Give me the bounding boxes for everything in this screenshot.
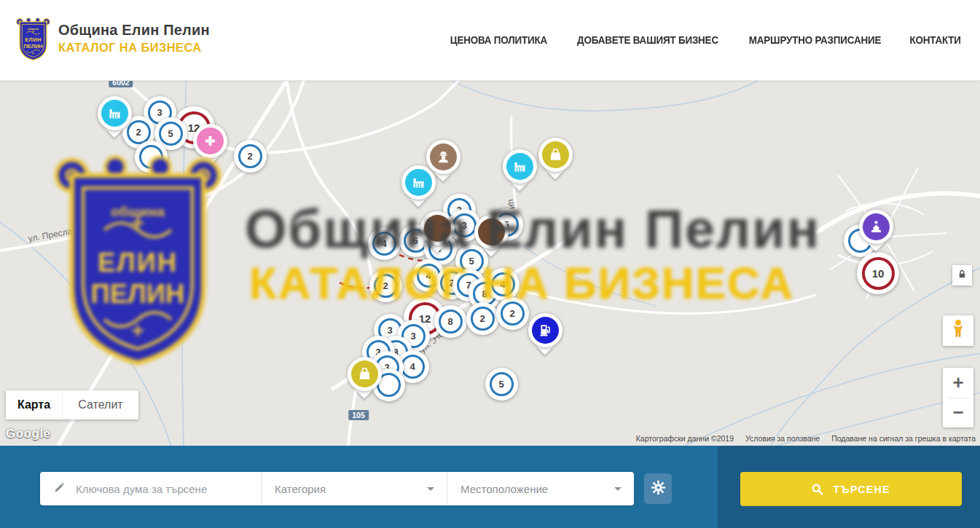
map-type-control: Карта Сателит	[6, 390, 138, 419]
gear-icon	[651, 480, 666, 498]
map-cluster[interactable]: 2	[234, 140, 267, 173]
cluster-count: 2	[501, 302, 525, 326]
attribution-copyright: Картографски данни ©2019	[636, 434, 734, 443]
brand-subtitle: КАТАЛОГ НА БИЗНЕСА	[58, 41, 210, 55]
zoom-out-button[interactable]: −	[943, 398, 973, 428]
search-button[interactable]: ТЪРСЕНЕ	[740, 472, 962, 506]
map-cluster[interactable]: 2	[496, 297, 529, 330]
map-cluster[interactable]: 2	[369, 269, 402, 302]
terms-link[interactable]: Условия за ползване	[745, 434, 820, 443]
zoom-control: + −	[943, 368, 973, 427]
cluster-count: 2	[471, 307, 495, 331]
cluster-count	[139, 145, 163, 169]
map-cluster[interactable]: 8	[434, 305, 467, 338]
map-pin-worker[interactable]	[426, 140, 460, 174]
worker-icon	[430, 143, 457, 170]
lock-button[interactable]	[952, 265, 972, 285]
map-cluster[interactable]: 5	[485, 368, 518, 401]
search-bar: Категория Местоположение ТЪРСЕНЕ	[0, 446, 980, 528]
map-pin-factory[interactable]	[98, 96, 132, 130]
header: община ЕЛИН ПЕЛИН Община Елин Пелин КАТА…	[0, 0, 980, 81]
factory-icon	[101, 100, 128, 127]
nav-contacts[interactable]: КОНТАКТИ	[909, 34, 960, 46]
municipality-logo[interactable]: община ЕЛИН ПЕЛИН	[16, 17, 50, 61]
search-icon	[811, 483, 824, 496]
pencil-icon	[53, 481, 66, 497]
cluster-count: 4	[401, 355, 425, 379]
category-select[interactable]: Категория	[261, 472, 447, 505]
advanced-search-button[interactable]	[644, 473, 672, 504]
search-fields-group: Категория Местоположение	[40, 472, 634, 505]
nav-pricing[interactable]: ЦЕНОВА ПОЛИТИКА	[450, 34, 547, 46]
location-value: Местоположение	[460, 483, 548, 495]
cluster-count: 4	[491, 272, 515, 296]
cluster-count: 3	[452, 213, 477, 237]
church-icon	[863, 213, 890, 240]
pegman-icon	[948, 318, 968, 343]
svg-text:ПЕЛИН: ПЕЛИН	[23, 43, 42, 50]
map-cluster[interactable]	[135, 141, 168, 173]
google-logo[interactable]: Google	[6, 427, 51, 441]
unknown-icon	[424, 215, 451, 242]
page: 123252235467542784212822338343510 600210…	[0, 0, 980, 528]
map-pin-plus[interactable]	[193, 124, 227, 158]
map-type-satellite-button[interactable]: Сателит	[62, 390, 138, 419]
map-cluster[interactable]: 4	[487, 268, 520, 301]
map-attribution: Картографски данни ©2019 Условия за полз…	[636, 434, 976, 443]
keyword-field	[40, 472, 261, 505]
pegman-streetview-button[interactable]	[943, 315, 973, 346]
cluster-count: 8	[439, 310, 463, 334]
cluster-count: 2	[238, 144, 262, 168]
report-error-link[interactable]: Подаване на сигнал за грешка в картата	[831, 434, 976, 443]
svg-text:ЕЛИН: ЕЛИН	[25, 36, 41, 43]
unknown-icon	[478, 218, 505, 245]
cluster-count: 2	[374, 274, 398, 298]
map-cluster[interactable]: 4	[368, 227, 401, 260]
road-number-badge: 6002	[109, 80, 133, 87]
factory-icon	[506, 153, 533, 180]
zoom-in-button[interactable]: +	[943, 368, 973, 398]
cluster-count: 10	[862, 257, 895, 290]
svg-text:община: община	[28, 27, 39, 31]
cluster-count: 5	[159, 122, 183, 146]
map-pin-none[interactable]	[474, 215, 509, 249]
map-type-map-button[interactable]: Карта	[6, 390, 62, 419]
keyword-input[interactable]	[74, 482, 245, 496]
chevron-down-icon	[614, 487, 622, 491]
shopping-bag-icon	[542, 141, 569, 168]
road-number-badge: 105	[348, 410, 369, 420]
map-cluster[interactable]: 10	[857, 252, 899, 294]
nav-route-schedule[interactable]: МАРШРУТНО РАЗПИСАНИЕ	[749, 34, 881, 46]
main-nav: ЦЕНОВА ПОЛИТИКА ДОБАВЕТЕ ВАШИЯТ БИЗНЕС М…	[448, 0, 962, 80]
map-canvas[interactable]: 123252235467542784212822338343510 600210…	[0, 80, 980, 446]
map-pin-church[interactable]	[859, 210, 893, 244]
map-pin-bag[interactable]	[348, 357, 382, 391]
map-pin-none[interactable]	[420, 211, 455, 245]
category-value: Категория	[275, 483, 326, 495]
map-pin-bag[interactable]	[538, 138, 573, 172]
search-button-label: ТЪРСЕНЕ	[833, 483, 890, 495]
cluster-count: 5	[490, 372, 514, 396]
brand-block[interactable]: Община Елин Пелин КАТАЛОГ НА БИЗНЕСА	[58, 22, 210, 55]
brand-title: Община Елин Пелин	[58, 22, 210, 39]
map-pin-fuel[interactable]	[528, 313, 562, 347]
location-select[interactable]: Местоположение	[447, 472, 634, 505]
chevron-down-icon	[427, 487, 434, 491]
map-cluster[interactable]: 2	[466, 302, 499, 335]
medical-plus-icon	[197, 127, 224, 154]
lock-icon	[957, 269, 968, 283]
map-pin-factory[interactable]	[503, 149, 537, 184]
shopping-bag-icon	[351, 360, 378, 387]
fuel-pump-icon	[532, 317, 559, 344]
cluster-count: 4	[372, 232, 396, 256]
nav-add-business[interactable]: ДОБАВЕТЕ ВАШИЯТ БИЗНЕС	[577, 34, 718, 46]
